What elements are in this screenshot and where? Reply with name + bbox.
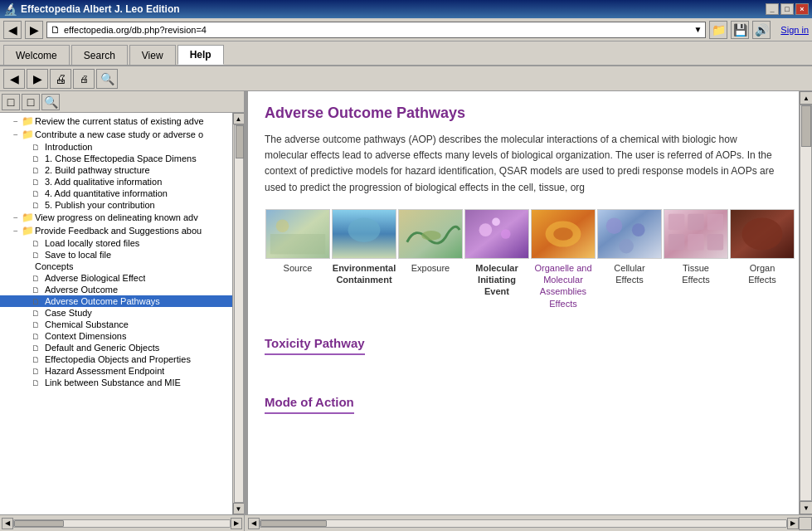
sidebar-item-adverse-outcome-pathways[interactable]: 🗋 Adverse Outcome Pathways: [0, 295, 232, 307]
image-item-source: Source: [265, 209, 331, 274]
sidebar-item-label: Link between Substance and MIE: [45, 378, 181, 387]
sidebar-item-label: Chemical Substance: [45, 319, 129, 329]
sidebar-item-view-progress[interactable]: − 📁 View progress on delineating known a…: [0, 211, 232, 224]
content-vscroll[interactable]: ▲ ▼: [799, 91, 812, 514]
sidebar-item-hazard-assessment[interactable]: 🗋 Hazard Assessment Endpoint: [0, 365, 232, 377]
sidebar-item-link-substance[interactable]: 🗋 Link between Substance and MIE: [0, 377, 232, 388]
sidebar-item-label: Case Study: [45, 308, 92, 318]
prev-button[interactable]: ◀: [3, 69, 25, 89]
sign-in-link[interactable]: Sign in: [780, 25, 809, 35]
content-hscroll-track[interactable]: [260, 519, 787, 528]
sidebar-item-label: Introduction: [45, 142, 92, 152]
cellular-label: CellularEffects: [614, 262, 644, 286]
sidebar-item-effectopedia-objects[interactable]: 🗋 Effectopedia Objects and Properties: [0, 353, 232, 365]
sidebar-item-save-file[interactable]: 🗋 Save to local file: [0, 249, 232, 261]
print2-button[interactable]: 🖨: [73, 69, 95, 89]
content-title: Adverse Outcome Pathways: [265, 105, 782, 122]
sidebar-item-introduction[interactable]: 🗋 Introduction: [0, 141, 232, 153]
sidebar-search-btn[interactable]: 🔍: [41, 94, 60, 110]
tab-welcome[interactable]: Welcome: [3, 45, 70, 65]
sidebar-item-label: Save to local file: [45, 250, 111, 260]
sidebar-btn2[interactable]: □: [22, 94, 40, 110]
restore-button[interactable]: □: [780, 3, 794, 15]
image-item-exposure: Exposure: [397, 209, 464, 274]
organelle-image: [531, 209, 596, 259]
sidebar-item-step4[interactable]: 🗋 4. Add quantitative information: [0, 188, 232, 199]
tab-help[interactable]: Help: [177, 45, 224, 65]
sidebar-item-label: Concepts: [35, 261, 73, 271]
content-hscroll[interactable]: ◀ ▶: [248, 515, 812, 532]
window-controls[interactable]: _ □ ×: [766, 3, 809, 15]
mode-of-action-section: Mode of Action: [265, 382, 782, 421]
image-item-organ: OrganEffects: [729, 209, 795, 286]
tab-bar: Welcome Search View Help: [0, 41, 812, 66]
sidebar-item-label: Effectopedia Objects and Properties: [45, 354, 191, 364]
sidebar-btn1[interactable]: □: [2, 94, 20, 110]
dropdown-arrow[interactable]: ▼: [693, 25, 702, 34]
sidebar-item-adverse-bio[interactable]: 🗋 Adverse Biological Effect: [0, 272, 232, 284]
next-button[interactable]: ▶: [27, 69, 48, 89]
sidebar-item-context-dimensions[interactable]: 🗋 Context Dimensions: [0, 330, 232, 342]
sidebar-item-step2[interactable]: 🗋 2. Build pathway structure: [0, 164, 232, 176]
content-scroll-down[interactable]: ▼: [800, 501, 812, 514]
tab-view[interactable]: View: [129, 45, 176, 65]
svg-point-10: [492, 217, 500, 226]
scroll-down-arrow[interactable]: ▼: [233, 503, 245, 514]
sidebar-hscroll[interactable]: ◀ ▶: [0, 515, 245, 532]
sidebar-item-case-study[interactable]: 🗋 Case Study: [0, 307, 232, 319]
page-icon: 🗋: [32, 367, 45, 376]
page-icon: 🗋: [32, 297, 45, 306]
sidebar-item-chemical-substance[interactable]: 🗋 Chemical Substance: [0, 319, 232, 330]
page-icon: 🗋: [32, 320, 45, 329]
image-item-tissue: TissueEffects: [663, 209, 729, 286]
app-icon: 🔬: [3, 2, 17, 16]
sidebar-item-step1[interactable]: 🗋 1. Chose Effectopedia Space Dimens: [0, 153, 232, 164]
page-icon: 🗋: [32, 143, 45, 152]
sidebar-item-default-generic[interactable]: 🗋 Default and Generic Objects: [0, 342, 232, 353]
audio-button[interactable]: 🔊: [752, 21, 771, 39]
search-button[interactable]: 🔍: [96, 69, 118, 89]
sidebar-item-label: Adverse Biological Effect: [45, 273, 145, 283]
svg-rect-7: [465, 210, 528, 258]
exposure-image: [398, 209, 463, 259]
address-input[interactable]: [64, 25, 693, 35]
sidebar-item-adverse-outcome[interactable]: 🗋 Adverse Outcome: [0, 284, 232, 295]
content-hscroll-left[interactable]: ◀: [248, 518, 260, 529]
sidebar-item-step3[interactable]: 🗋 3. Add qualitative information: [0, 176, 232, 188]
organ-image: [730, 209, 795, 259]
scroll-up-arrow[interactable]: ▲: [233, 113, 245, 124]
sidebar-item-review[interactable]: − 📁 Review the current status of existin…: [0, 114, 232, 128]
hscroll-track[interactable]: [13, 519, 231, 528]
back-button[interactable]: ◀: [3, 21, 22, 39]
sidebar-item-load-files[interactable]: 🗋 Load locally stored files: [0, 237, 232, 249]
hscroll-thumb[interactable]: [14, 520, 64, 527]
svg-point-13: [553, 227, 572, 241]
save-button[interactable]: 💾: [731, 21, 749, 39]
print-button[interactable]: 🖨: [50, 69, 71, 89]
sidebar-item-label: 4. Add quantitative information: [45, 188, 168, 198]
sidebar-item-step5[interactable]: 🗋 5. Publish your contribution: [0, 199, 232, 211]
hscroll-right[interactable]: ▶: [231, 518, 242, 529]
sidebar-inner: − 📁 Review the current status of existin…: [0, 113, 244, 514]
sidebar-item-feedback[interactable]: − 📁 Provide Feedback and Suggestions abo…: [0, 224, 232, 237]
folder-icon: 📁: [22, 115, 35, 127]
forward-button[interactable]: ▶: [25, 21, 43, 39]
content-hscroll-thumb[interactable]: [260, 520, 327, 527]
open-file-button[interactable]: 📁: [709, 21, 727, 39]
hscroll-left[interactable]: ◀: [2, 518, 13, 529]
sidebar-item-label: 3. Add qualitative information: [45, 177, 162, 187]
content-scroll: Adverse Outcome Pathways The adverse out…: [248, 91, 799, 514]
toggle-icon: −: [13, 213, 22, 222]
source-label: Source: [284, 262, 313, 274]
main-area: □ □ 🔍 − 📁 Review the current status of e…: [0, 91, 812, 514]
minimize-button[interactable]: _: [766, 3, 779, 15]
content-scroll-up[interactable]: ▲: [800, 91, 812, 105]
content-scroll-track[interactable]: [800, 105, 812, 501]
content-panel: Adverse Outcome Pathways The adverse out…: [248, 91, 812, 514]
sidebar-item-contribute[interactable]: − 📁 Contribute a new case study or adver…: [0, 128, 232, 141]
tab-search[interactable]: Search: [71, 45, 128, 65]
scroll-track[interactable]: [234, 124, 244, 503]
content-hscroll-right[interactable]: ▶: [787, 518, 799, 529]
close-button[interactable]: ×: [795, 3, 809, 15]
sidebar-vscroll[interactable]: ▲ ▼: [232, 113, 244, 514]
